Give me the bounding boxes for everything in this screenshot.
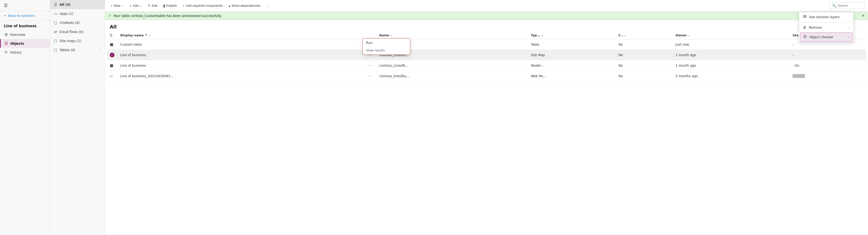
show-dependencies-label: Show dependencies <box>231 4 261 7</box>
tables-chevron-icon: › <box>100 48 101 52</box>
sidebar-item-history[interactable]: ↻ History <box>0 48 50 57</box>
col-type-filter-icon: ⌄ <box>541 34 544 37</box>
svg-rect-0 <box>803 15 806 16</box>
col-header-owner[interactable]: Owner ⌄ <box>673 31 790 39</box>
row-name-cell: contoso_Lineofb... <box>376 60 528 71</box>
object-list-item-cloudflows[interactable]: ⇄ Cloud flows (0) <box>50 27 105 36</box>
row-status2: On <box>795 63 799 68</box>
row-status-cell: █████ <box>790 71 866 81</box>
banner-close-button[interactable]: ✕ <box>862 14 865 18</box>
row-display-name: Line of business_20210430091... <box>120 74 174 78</box>
col-header-display-name[interactable]: Display name ↑ ⌄ <box>117 31 364 39</box>
new-button[interactable]: + New ⌄ <box>108 2 126 9</box>
search-box[interactable]: 🔍 <box>829 2 865 9</box>
sort-icon: ☰ <box>110 33 113 37</box>
row-display-name-cell: Custom table <box>117 39 364 50</box>
row-ellipsis-button[interactable]: ⋯ <box>367 63 374 68</box>
row-f: No <box>619 43 623 46</box>
object-list-item-tables[interactable]: □ Tables (0) › <box>50 46 105 54</box>
object-list-item-sitemaps[interactable]: □ Site maps (1) <box>50 36 105 46</box>
cloudflows-icon: ⇄ <box>54 30 57 34</box>
row-type: Site Map <box>531 53 545 57</box>
col-f-label: f... <box>619 33 623 37</box>
col-display-name-filter-icon: ⌄ <box>148 34 151 37</box>
row-type: Web Re... <box>531 74 546 78</box>
show-dependencies-button[interactable]: ▴ Show dependencies <box>226 2 263 9</box>
add-button[interactable]: + Add ⌄ <box>127 2 144 9</box>
row-status-cell: - <box>790 50 866 60</box>
sidebar-item-overview[interactable]: ⊞ Overview <box>0 30 50 39</box>
table-row[interactable]: ■ Custom table ⋯ contoso_customt... Tabl <box>107 39 866 50</box>
run-label[interactable]: Run <box>366 41 373 45</box>
sidebar-item-overview-label: Overview <box>10 33 25 36</box>
object-list-item-chatbots[interactable]: □ Chatbots (0) <box>50 18 105 27</box>
row-f: No <box>619 63 623 68</box>
row-owner-cell: just now <box>673 39 790 50</box>
object-checker-chevron-icon: › <box>848 35 849 39</box>
col-owner-filter-icon: ⌄ <box>688 34 690 37</box>
view-results-item[interactable]: View results <box>363 47 410 54</box>
col-header-f[interactable]: f... ⌄ <box>616 31 673 39</box>
hamburger-icon[interactable]: ☰ <box>4 3 8 8</box>
context-menu-divider <box>799 22 854 23</box>
sidebar-item-objects[interactable]: ☰ Objects <box>0 39 50 48</box>
row-f: No <box>619 53 623 57</box>
row-status: - <box>793 43 794 46</box>
row-icon-cell: ■ <box>107 60 117 71</box>
edit-button[interactable]: ✎ Edit <box>145 2 160 9</box>
publish-button[interactable]: ▮ Publish <box>161 2 179 9</box>
row-icon-cell: ✓ <box>107 50 117 60</box>
context-menu-item-object-checker[interactable]: Object checker › <box>800 32 852 42</box>
row-icon-cell: ▱ <box>107 71 117 81</box>
add-required-button-label: Add required components <box>186 4 223 7</box>
view-results-label: View results <box>366 49 385 52</box>
tables-icon: □ <box>54 48 57 52</box>
row-ellipsis-cell[interactable]: ⋯ <box>364 71 376 81</box>
back-to-solutions-label: Back to solutions <box>8 14 35 18</box>
sitemaps-icon: □ <box>54 39 57 43</box>
apps-icon: ▭ <box>54 11 57 16</box>
more-button[interactable]: ... <box>264 2 271 9</box>
search-input[interactable] <box>838 4 862 7</box>
col-header-name[interactable]: Name ⌄ <box>376 31 528 39</box>
row-owner-cell: 2 months ago <box>673 71 790 81</box>
sidebar-item-objects-label: Objects <box>10 42 24 46</box>
row-status-cell: - On <box>790 60 866 71</box>
table-row[interactable]: ■ Line of business ⋯ contoso_Lineofb... <box>107 60 866 71</box>
app-container: ☰ ← Back to solutions Line of business ⊞… <box>0 0 868 235</box>
context-menu-item-see-solution-layers[interactable]: See solution layers <box>799 12 854 22</box>
row-f-cell: No <box>616 39 673 50</box>
web-resource-icon: ▱ <box>110 74 113 78</box>
table-row[interactable]: ✓ Line of business ⋯ contoso_Lineofb... <box>107 50 866 60</box>
object-list-chatbots-label: Chatbots (0) <box>60 21 80 25</box>
row-type-cell: Model-... <box>528 60 616 71</box>
row-status-blurred: █████ <box>793 74 805 78</box>
row-name-cell: contoso_lineofbu... <box>376 71 528 81</box>
back-to-solutions-link[interactable]: ← Back to solutions <box>0 11 50 21</box>
row-ellipsis-cell[interactable]: ⋯ <box>364 60 376 71</box>
col-header-type[interactable]: Typ... ⌄ <box>528 31 616 39</box>
object-checker-label: Object checker <box>809 35 833 39</box>
object-checker-icon <box>803 35 807 40</box>
model-icon: ■ <box>110 63 113 68</box>
row-ellipsis-button[interactable]: ⋯ <box>367 73 374 79</box>
object-list-apps-label: Apps (1) <box>60 12 73 16</box>
add-plus-icon: + <box>129 4 132 8</box>
row-type: Model-... <box>531 63 545 68</box>
row-owner-cell: 1 month ago <box>673 60 790 71</box>
add-required-button[interactable]: + Add required components <box>180 2 225 9</box>
object-list-item-all[interactable]: ☰ All (3) <box>50 0 105 9</box>
row-owner: 2 months ago <box>676 74 698 78</box>
row-type: Table <box>531 43 539 46</box>
table-row[interactable]: ▱ Line of business_20210430091... ⋯ cont… <box>107 71 866 81</box>
row-name: contoso_lineofbu... <box>379 74 409 78</box>
object-list-item-apps[interactable]: ▭ Apps (1) <box>50 9 105 18</box>
content-header: All <box>105 20 868 31</box>
custom-table-icon: ■ <box>110 42 113 47</box>
add-button-label: Add <box>133 4 138 7</box>
success-banner: ✓ Your table contoso_Customtable has bee… <box>105 11 868 20</box>
row-f-cell: No <box>616 71 673 81</box>
solution-title: Line of business <box>0 21 50 30</box>
context-menu-item-remove[interactable]: 🗑 Remove › <box>799 23 854 32</box>
row-owner: 1 month ago <box>676 53 696 57</box>
